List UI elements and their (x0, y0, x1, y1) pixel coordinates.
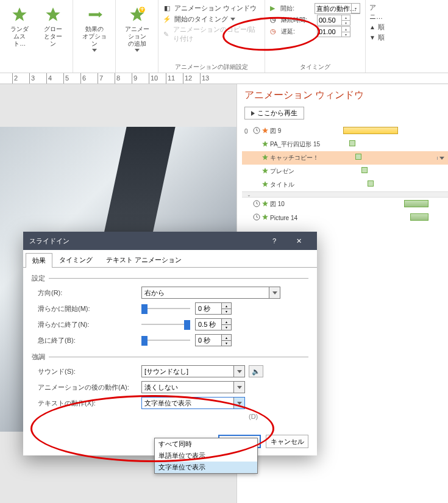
delay-spinner[interactable]: 01.00 ▴▾ (317, 26, 350, 37)
cancel-button[interactable]: キャンセル (266, 435, 308, 448)
chevron-down-icon (92, 49, 97, 52)
animation-gallery-item[interactable]: ランダムスト… (4, 2, 36, 50)
close-button[interactable]: ✕ (286, 232, 311, 250)
speaker-icon: 🔈 (252, 368, 260, 376)
sound-label: サウンド(S): (38, 367, 141, 376)
sound-combo[interactable]: [サウンドなし] (141, 365, 245, 377)
svg-marker-14 (262, 201, 268, 207)
move-earlier-button[interactable]: ▲ 順 (369, 22, 383, 32)
svg-marker-16 (262, 214, 268, 220)
clock-icon: ◷ (270, 16, 279, 24)
svg-marker-12 (262, 181, 268, 187)
dropdown-option[interactable]: 単語単位で表示 (155, 450, 257, 462)
svg-marker-9 (262, 141, 268, 147)
effect-options-button[interactable]: 効果の オプション (77, 2, 112, 54)
smooth-end-slider[interactable] (141, 318, 190, 330)
after-animation-combo[interactable]: 淡くしない (141, 381, 245, 393)
animation-list-item[interactable]: PA_平行四辺形 15 (242, 138, 448, 151)
dialog-tabs: 効果タイミングテキスト アニメーション (23, 250, 317, 268)
ribbon: ランダムスト… グローとターン 効果の オプション + アニメーション の追加 … (0, 0, 448, 73)
direction-combo[interactable]: 右から (141, 287, 280, 299)
dialog-tab[interactable]: 効果 (26, 253, 52, 268)
svg-marker-8 (262, 127, 268, 134)
dialog-tab[interactable]: タイミング (52, 252, 99, 267)
play-from-button[interactable]: ここから再生 (244, 107, 304, 120)
dialog-tab[interactable]: テキスト アニメーション (99, 252, 188, 267)
chevron-down-icon (135, 49, 140, 52)
svg-marker-1 (46, 7, 60, 21)
delay-icon: ◷ (270, 27, 279, 36)
svg-marker-0 (13, 7, 27, 21)
dialog-title: スライドイン (29, 237, 69, 246)
help-button[interactable]: ? (262, 232, 286, 250)
svg-text:+: + (140, 6, 144, 13)
reorder-header: アニ… (369, 2, 383, 22)
animation-pane-button[interactable]: ◧ アニメーション ウィンドウ (162, 2, 261, 13)
after-animation-label: アニメーションの後の動作(A): (38, 383, 141, 392)
collapse-toggle[interactable]: ⌄ (242, 191, 448, 198)
play-icon: ▶ (270, 4, 278, 13)
animate-text-combo[interactable]: 文字単位で表示 (141, 397, 245, 409)
bounce-end-slider[interactable] (141, 334, 190, 346)
svg-marker-10 (262, 154, 268, 160)
smooth-start-slider[interactable] (141, 302, 190, 315)
direction-label: 方向(R): (38, 288, 141, 298)
smooth-end-spinner[interactable]: 0.5 秒▴▾ (195, 318, 232, 330)
animation-list-item[interactable]: 0 図 9 (242, 124, 448, 138)
trigger-icon: ⚡ (162, 14, 172, 24)
animation-list-item[interactable]: キャッチコピー！ (242, 151, 448, 165)
svg-rect-2 (88, 13, 100, 16)
ruler: 2345678910111213 (0, 73, 448, 84)
move-later-button[interactable]: ▼ 順 (369, 32, 383, 43)
bounce-end-spinner[interactable]: 0 秒▴▾ (195, 334, 232, 346)
animate-text-dropdown[interactable]: すべて同時単語単位で表示文字単位で表示 (154, 438, 258, 474)
chevron-down-icon (230, 18, 235, 21)
trigger-button[interactable]: ⚡ 開始のタイミング (162, 13, 261, 24)
bounce-end-label: 急に終了(B): (38, 336, 141, 345)
percent-delay-label: (D) (249, 413, 258, 420)
effect-options-dialog: スライドイン ? ✕ 効果タイミングテキスト アニメーション 設定 方向(R):… (23, 232, 317, 455)
start-combo[interactable]: 直前の動作… ▾ (315, 3, 360, 14)
smooth-start-spinner[interactable]: 0 秒▴▾ (195, 302, 232, 315)
settings-group-label: 設定 (32, 274, 308, 283)
pane-icon: ◧ (162, 3, 172, 13)
animation-list-item[interactable]: タイトル (242, 178, 448, 191)
duration-spinner[interactable]: 00.50 ▴▾ (317, 15, 350, 26)
animation-pane-title: アニメーション ウィンドウ (244, 89, 448, 102)
sound-volume-button[interactable]: 🔈 (249, 365, 263, 377)
painter-icon: ✎ (162, 29, 171, 39)
animation-list-item[interactable]: 図 10 (242, 198, 448, 211)
dropdown-option[interactable]: 文字単位で表示 (155, 462, 257, 473)
dialog-titlebar: スライドイン ? ✕ (23, 232, 317, 250)
animation-gallery-item[interactable]: グローとターン (37, 2, 69, 50)
svg-marker-11 (262, 168, 268, 174)
chevron-down-icon[interactable]: ▾ (351, 4, 360, 13)
smooth-start-label: 滑らかに開始(M): (38, 304, 141, 313)
chevron-down-icon[interactable] (437, 157, 446, 160)
svg-marker-3 (99, 12, 102, 17)
smooth-end-label: 滑らかに終了(N): (38, 320, 141, 329)
dropdown-option[interactable]: すべて同時 (155, 438, 257, 450)
animation-painter-button: ✎ アニメーションのコピー/貼り付け (162, 24, 261, 44)
add-animation-button[interactable]: + アニメーション の追加 (119, 2, 154, 54)
play-icon (251, 111, 255, 116)
animate-text-label: テキストの動作(X): (38, 399, 141, 408)
animation-list-item[interactable]: プレゼン (242, 165, 448, 178)
enhance-group-label: 強調 (32, 352, 308, 362)
animation-list-item[interactable]: Picture 14 (242, 211, 448, 224)
